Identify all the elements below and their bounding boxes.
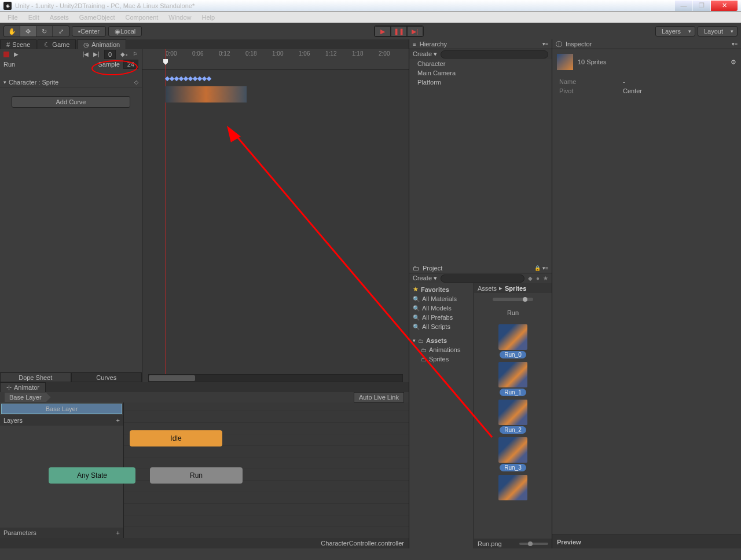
play-button[interactable]: ▶ bbox=[375, 26, 391, 36]
tree-item[interactable]: 🗀Sprites bbox=[410, 354, 472, 364]
project-tree: ★Favorites 🔍All Materials 🔍All Models 🔍A… bbox=[409, 283, 474, 548]
info-icon: ⓘ bbox=[556, 40, 562, 49]
record-button[interactable] bbox=[3, 52, 9, 57]
add-parameter-button[interactable]: + bbox=[116, 529, 120, 536]
menu-assets[interactable]: Assets bbox=[45, 14, 74, 21]
time-ruler[interactable]: 0:00 0:06 0:12 0:18 1:00 1:06 1:12 1:18 … bbox=[142, 49, 409, 69]
hierarchy-item[interactable]: Main Camera bbox=[409, 68, 552, 78]
thumb-size-slider[interactable] bbox=[493, 298, 533, 301]
layers-dropdown[interactable]: Layers bbox=[655, 26, 695, 36]
add-key-icon[interactable]: ◆₊ bbox=[120, 51, 128, 57]
layers-label: Layers bbox=[3, 417, 23, 424]
menu-window[interactable]: Window bbox=[163, 14, 196, 21]
rotate-tool[interactable]: ↻ bbox=[36, 26, 53, 36]
panel-menu-icon[interactable]: 🔒 ▾≡ bbox=[534, 265, 548, 271]
keyframe-row bbox=[166, 77, 211, 80]
menu-edit[interactable]: Edit bbox=[23, 14, 45, 21]
step-button[interactable]: ▶| bbox=[407, 26, 423, 36]
menubar: File Edit Assets GameObject Component Wi… bbox=[0, 12, 741, 23]
state-any-state[interactable]: Any State bbox=[49, 467, 135, 484]
tree-item[interactable]: 🔍All Prefabs bbox=[410, 313, 472, 322]
scale-tool[interactable]: ⤢ bbox=[53, 26, 69, 36]
menu-file[interactable]: File bbox=[2, 14, 23, 21]
tab-animator[interactable]: ⊹ Animator bbox=[0, 382, 46, 392]
breadcrumb-root[interactable]: Assets bbox=[478, 285, 497, 292]
breadcrumb-base-layer[interactable]: Base Layer bbox=[5, 393, 51, 402]
tab-scene[interactable]: # Scene bbox=[0, 39, 36, 49]
tree-item[interactable]: 🔍All Scripts bbox=[410, 322, 472, 331]
project-search[interactable] bbox=[441, 274, 524, 283]
animator-graph[interactable]: Idle Any State Run bbox=[124, 402, 409, 538]
base-layer-button[interactable]: Base Layer bbox=[1, 404, 122, 414]
sample-field[interactable]: 24 bbox=[123, 60, 138, 69]
pivot-center-toggle[interactable]: ▪ Center bbox=[72, 26, 106, 36]
property-row[interactable]: ▾ Character : Sprite ◇ bbox=[0, 76, 142, 88]
grid-size-slider[interactable] bbox=[519, 543, 548, 545]
assets-header[interactable]: ▾🗀Assets bbox=[410, 336, 472, 345]
curves-tab[interactable]: Curves bbox=[71, 372, 142, 382]
sprite-thumb[interactable]: Run_2 bbox=[496, 400, 530, 434]
state-run[interactable]: Run bbox=[150, 467, 243, 484]
add-layer-button[interactable]: + bbox=[116, 417, 120, 424]
menu-gameobject[interactable]: GameObject bbox=[74, 14, 120, 21]
hierarchy-item[interactable]: Character bbox=[409, 59, 552, 68]
panel-menu-icon[interactable]: ▾≡ bbox=[732, 41, 738, 47]
frame-field[interactable]: 0 bbox=[104, 50, 116, 59]
keyframe-diamond-icon[interactable]: ◇ bbox=[134, 79, 138, 85]
breadcrumb-current[interactable]: Sprites bbox=[505, 285, 526, 292]
hierarchy-create-dropdown[interactable]: Create ▾ bbox=[413, 50, 437, 58]
search-filter-icon[interactable]: ◆ bbox=[528, 275, 533, 281]
hand-tool[interactable]: ✋ bbox=[4, 26, 20, 36]
pause-button[interactable]: ❚❚ bbox=[391, 26, 407, 36]
state-idle[interactable]: Idle bbox=[130, 430, 222, 446]
favorites-header[interactable]: ★Favorites bbox=[410, 284, 472, 294]
sprite-thumb[interactable]: Run_3 bbox=[496, 437, 530, 471]
project-grid: Run Run_0 Run_1 Run_2 Run_3 bbox=[474, 293, 552, 539]
move-tool[interactable]: ✥ bbox=[20, 26, 36, 36]
titlebar: ◈ Unity - 1.unity - Unity2DTraining - PC… bbox=[0, 0, 741, 12]
add-curve-button[interactable]: Add Curve bbox=[12, 96, 130, 108]
tab-game[interactable]: ☾ Game bbox=[38, 39, 76, 49]
search-filter-icon[interactable]: ★ bbox=[543, 275, 548, 281]
hierarchy-item[interactable]: Platform bbox=[409, 78, 552, 87]
project-create-dropdown[interactable]: Create ▾ bbox=[413, 274, 437, 282]
animator-panel: Base Layer Auto Live Link Base Layer Lay… bbox=[0, 392, 409, 548]
timeline-scrollbar[interactable] bbox=[148, 374, 403, 382]
tree-item[interactable]: 🗀Animations bbox=[410, 345, 472, 354]
parameters-label: Parameters bbox=[3, 529, 36, 536]
add-event-icon[interactable]: 🏳 bbox=[133, 51, 138, 57]
gear-icon[interactable]: ⚙ bbox=[731, 58, 736, 66]
sprite-thumb[interactable]: Run_1 bbox=[496, 362, 530, 396]
timeline[interactable]: 0:00 0:06 0:12 0:18 1:00 1:06 1:12 1:18 … bbox=[142, 49, 409, 382]
inspector-title: Inspector bbox=[566, 41, 592, 47]
clip-dropdown[interactable]: Run bbox=[3, 61, 15, 68]
sprite-thumb[interactable] bbox=[496, 475, 530, 500]
menu-help[interactable]: Help bbox=[196, 14, 220, 21]
local-global-toggle[interactable]: ◉ Local bbox=[108, 26, 142, 36]
preview-footer[interactable]: Preview bbox=[552, 535, 741, 548]
tab-animation[interactable]: ◷ Animation bbox=[77, 39, 126, 49]
next-key-button[interactable]: ▶| bbox=[93, 51, 100, 57]
sample-label: Sample bbox=[98, 61, 119, 68]
play-anim-button[interactable]: ▶ bbox=[14, 51, 19, 57]
run-clip-label[interactable]: Run bbox=[507, 309, 519, 316]
maximize-button[interactable]: ❐ bbox=[693, 1, 710, 11]
project-footer-path: Run.png bbox=[478, 540, 502, 547]
hierarchy-search[interactable] bbox=[441, 50, 548, 58]
close-button[interactable]: ✕ bbox=[711, 1, 738, 11]
minimize-button[interactable]: — bbox=[675, 1, 692, 11]
tree-item[interactable]: 🔍All Materials bbox=[410, 294, 472, 303]
tree-item[interactable]: 🔍All Models bbox=[410, 303, 472, 313]
keyframe[interactable] bbox=[207, 76, 211, 81]
search-filter-icon[interactable]: ● bbox=[536, 275, 540, 281]
hierarchy-title: Hierarchy bbox=[420, 41, 447, 47]
animator-footer-text: CharacterController.controller bbox=[321, 540, 404, 547]
sprite-thumb[interactable]: Run_0 bbox=[496, 324, 530, 358]
dopesheet-tab[interactable]: Dope Sheet bbox=[0, 372, 71, 382]
menu-component[interactable]: Component bbox=[120, 14, 163, 21]
transform-tools: ✋ ✥ ↻ ⤢ bbox=[3, 25, 69, 37]
auto-live-link-button[interactable]: Auto Live Link bbox=[354, 392, 404, 402]
panel-menu-icon[interactable]: ▾≡ bbox=[542, 41, 548, 47]
prev-key-button[interactable]: |◀ bbox=[83, 51, 89, 57]
layout-dropdown[interactable]: Layout bbox=[698, 26, 738, 36]
